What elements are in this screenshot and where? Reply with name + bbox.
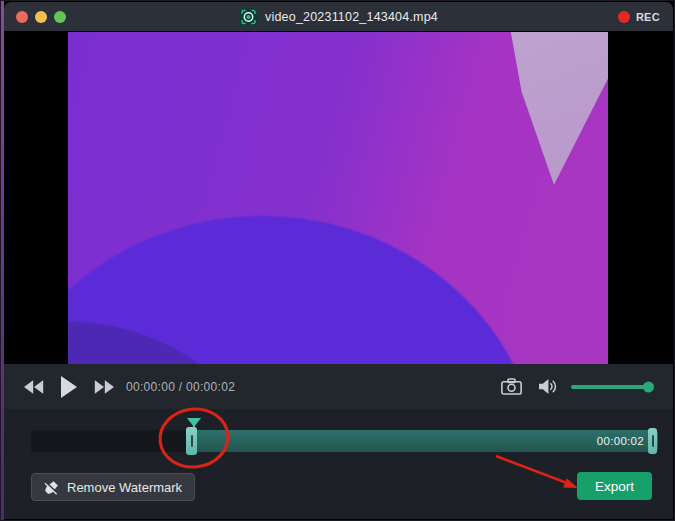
rec-indicator: REC [618, 2, 660, 31]
trim-timeline[interactable]: 00:00:02 [31, 430, 658, 452]
play-button[interactable] [60, 376, 78, 398]
fast-forward-icon [94, 380, 114, 394]
screenshot-left-border [1, 1, 4, 520]
trim-start-handle[interactable] [186, 427, 197, 455]
app-window: video_20231102_143404.mp4 REC [0, 0, 675, 521]
zoom-button[interactable] [54, 11, 66, 23]
export-button[interactable]: Export [577, 472, 652, 500]
play-icon [60, 376, 78, 398]
rec-dot-icon [618, 11, 630, 23]
playback-controls: 00:00:00 / 00:00:02 [4, 364, 673, 409]
remove-watermark-icon [44, 480, 59, 495]
time-display: 00:00:00 / 00:00:02 [126, 380, 235, 394]
video-preview [68, 32, 608, 364]
close-button[interactable] [16, 11, 28, 23]
trim-end-handle[interactable] [648, 428, 657, 454]
window-title: video_20231102_143404.mp4 [265, 10, 438, 24]
timeline-selected-range[interactable]: 00:00:02 [191, 430, 658, 452]
remove-watermark-label: Remove Watermark [67, 480, 182, 495]
fast-forward-button[interactable] [94, 380, 114, 394]
rewind-icon [24, 380, 44, 394]
traffic-lights [16, 11, 66, 23]
volume-slider[interactable] [571, 385, 653, 389]
player-area [4, 31, 673, 364]
title-group: video_20231102_143404.mp4 [239, 2, 438, 31]
screen-recorder-viewfinder-icon [239, 8, 257, 26]
volume-icon [538, 378, 557, 395]
snapshot-icon [501, 378, 522, 395]
rewind-button[interactable] [24, 380, 44, 394]
remove-watermark-button[interactable]: Remove Watermark [31, 473, 195, 501]
playhead-marker[interactable] [187, 418, 201, 427]
titlebar: video_20231102_143404.mp4 REC [4, 2, 673, 31]
snapshot-button[interactable] [501, 378, 522, 395]
bottom-panel: 00:00:02 Remove Watermark Export [4, 409, 673, 519]
volume-slider-knob[interactable] [643, 381, 654, 392]
minimize-button[interactable] [35, 11, 47, 23]
rec-label: REC [636, 11, 660, 23]
mute-button[interactable] [538, 378, 557, 395]
